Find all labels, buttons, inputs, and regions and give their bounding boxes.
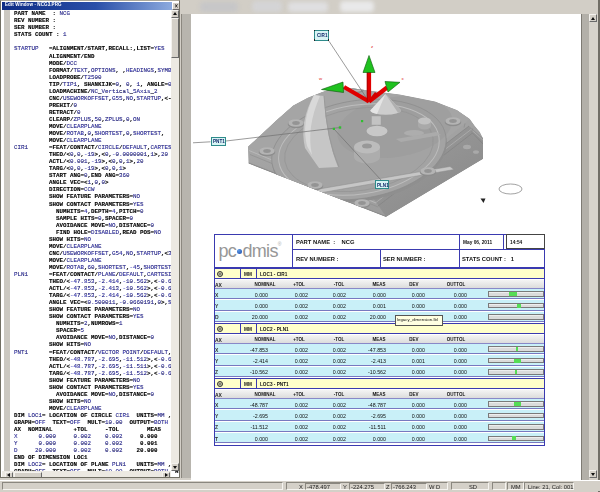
svg-text:w: w: [319, 76, 323, 81]
svg-text:z: z: [371, 44, 373, 49]
svg-text:x: x: [402, 76, 405, 81]
